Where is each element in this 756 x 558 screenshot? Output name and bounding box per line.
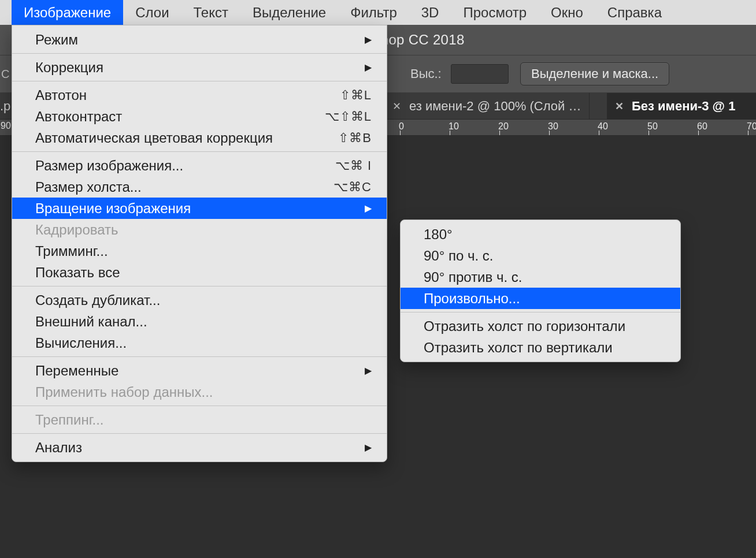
menu-item-rotate-90cw[interactable]: 90° по ч. с.: [401, 245, 680, 266]
menu-separator: [401, 312, 680, 313]
menu-item-label: Размер изображения...: [35, 158, 183, 174]
menu-item-apply-image[interactable]: Внешний канал...: [12, 311, 387, 332]
tab-untitled-2[interactable]: ✕ ез имени-2 @ 100% (Слой …: [384, 93, 590, 119]
menu-view[interactable]: Просмотр: [451, 0, 539, 25]
menu-3d[interactable]: 3D: [409, 0, 451, 25]
menu-item-label: Вычисления...: [35, 335, 127, 351]
menu-item-label: Треппинг...: [35, 412, 104, 428]
menu-item-label: Коррекция: [35, 59, 103, 76]
menu-item-autotone[interactable]: Автотон ⇧⌘L: [12, 84, 387, 106]
height-label: Выс.:: [410, 66, 442, 81]
menu-separator: [12, 53, 387, 54]
menu-item-image-size[interactable]: Размер изображения... ⌥⌘ I: [12, 155, 387, 176]
menu-shortcut: ⌥⌘C: [320, 180, 372, 195]
submenu-arrow-icon: ▶: [365, 442, 372, 453]
menu-window[interactable]: Окно: [539, 0, 595, 25]
menu-separator: [12, 356, 387, 357]
menu-separator: [12, 406, 387, 406]
menu-item-mode[interactable]: Режим ▶: [12, 29, 387, 50]
menu-item-adjustments[interactable]: Коррекция ▶: [12, 57, 387, 78]
menu-item-crop: Кадрировать: [12, 219, 387, 240]
menu-item-flip-vertical[interactable]: Отразить холст по вертикали: [401, 337, 680, 358]
menu-item-label: 180°: [424, 226, 453, 243]
menu-shortcut: ⌥⌘ I: [320, 158, 372, 173]
menu-separator: [12, 286, 387, 287]
image-rotation-submenu: 180° 90° по ч. с. 90° против ч. с. Произ…: [400, 220, 681, 362]
menu-item-label: Тримминг...: [35, 243, 108, 259]
menu-item-rotate-arbitrary[interactable]: Произвольно...: [401, 288, 680, 309]
menu-item-label: 90° по ч. с.: [424, 248, 493, 264]
menu-separator: [12, 433, 387, 434]
submenu-arrow-icon: ▶: [365, 34, 372, 45]
menu-item-label: Режим: [35, 32, 78, 48]
menu-item-label: Создать дубликат...: [35, 292, 160, 308]
menu-separator: [12, 151, 387, 152]
select-and-mask-button[interactable]: Выделение и маска...: [520, 62, 669, 85]
tab-label: ез имени-2 @ 100% (Слой …: [409, 99, 581, 114]
menu-separator: [12, 81, 387, 81]
menu-item-label: Размер холста...: [35, 179, 142, 195]
menubar: Изображение Слои Текст Выделение Фильтр …: [0, 0, 756, 25]
menu-item-label: Произвольно...: [424, 291, 520, 307]
submenu-arrow-icon: ▶: [365, 365, 372, 376]
menu-item-label: Автоконтраст: [35, 109, 122, 125]
menu-item-analysis[interactable]: Анализ ▶: [12, 437, 387, 458]
menu-item-label: Отразить холст по вертикали: [424, 340, 613, 356]
submenu-arrow-icon: ▶: [365, 203, 372, 214]
tab-untitled-3[interactable]: ✕ Без имени-3 @ 1: [607, 93, 756, 119]
height-input[interactable]: [451, 64, 509, 84]
menu-filter[interactable]: Фильтр: [338, 0, 409, 25]
menu-item-variables[interactable]: Переменные ▶: [12, 360, 387, 381]
menu-item-label: Переменные: [35, 363, 118, 379]
menu-item-label: Показать все: [35, 265, 120, 281]
menubar-leading-gap: [0, 0, 12, 25]
menu-item-autocontrast[interactable]: Автоконтраст ⌥⇧⌘L: [12, 106, 387, 127]
menu-item-label: Внешний канал...: [35, 314, 147, 330]
menu-item-trim[interactable]: Тримминг...: [12, 240, 387, 262]
menu-item-canvas-size[interactable]: Размер холста... ⌥⌘C: [12, 176, 387, 198]
submenu-arrow-icon: ▶: [365, 62, 372, 73]
tab-label: Без имени-3 @ 1: [632, 99, 735, 114]
close-icon[interactable]: ✕: [392, 100, 401, 113]
menu-item-label: Отразить холст по горизонтали: [424, 318, 625, 334]
menu-item-label: Автоматическая цветовая коррекция: [35, 130, 273, 146]
menu-item-trap: Треппинг...: [12, 409, 387, 430]
menu-item-label: Автотон: [35, 87, 87, 103]
menu-shortcut: ⇧⌘B: [320, 131, 372, 146]
menu-item-apply-dataset: Применить набор данных...: [12, 381, 387, 403]
menu-item-label: Вращение изображения: [35, 200, 191, 217]
menu-item-label: Кадрировать: [35, 222, 118, 238]
menu-item-rotate-90ccw[interactable]: 90° против ч. с.: [401, 266, 680, 288]
menu-help[interactable]: Справка: [595, 0, 674, 25]
menu-item-flip-horizontal[interactable]: Отразить холст по горизонтали: [401, 315, 680, 337]
menu-image[interactable]: Изображение: [12, 0, 123, 25]
menu-item-reveal-all[interactable]: Показать все: [12, 262, 387, 283]
menu-item-autocolor[interactable]: Автоматическая цветовая коррекция ⇧⌘B: [12, 127, 387, 148]
menu-item-calculations[interactable]: Вычисления...: [12, 332, 387, 354]
image-menu-dropdown: Режим ▶ Коррекция ▶ Автотон ⇧⌘L Автоконт…: [12, 25, 387, 462]
menu-item-image-rotation[interactable]: Вращение изображения ▶: [12, 198, 387, 219]
menu-layers[interactable]: Слои: [123, 0, 181, 25]
menu-item-label: 90° против ч. с.: [424, 269, 522, 285]
menu-item-rotate-180[interactable]: 180°: [401, 224, 680, 245]
close-icon[interactable]: ✕: [615, 100, 624, 113]
menu-item-label: Анализ: [35, 440, 82, 456]
menu-shortcut: ⇧⌘L: [320, 88, 372, 103]
menu-select[interactable]: Выделение: [240, 0, 338, 25]
menu-item-duplicate[interactable]: Создать дубликат...: [12, 289, 387, 311]
menu-text[interactable]: Текст: [181, 0, 240, 25]
menu-shortcut: ⌥⇧⌘L: [320, 109, 372, 124]
menu-item-label: Применить набор данных...: [35, 384, 213, 400]
